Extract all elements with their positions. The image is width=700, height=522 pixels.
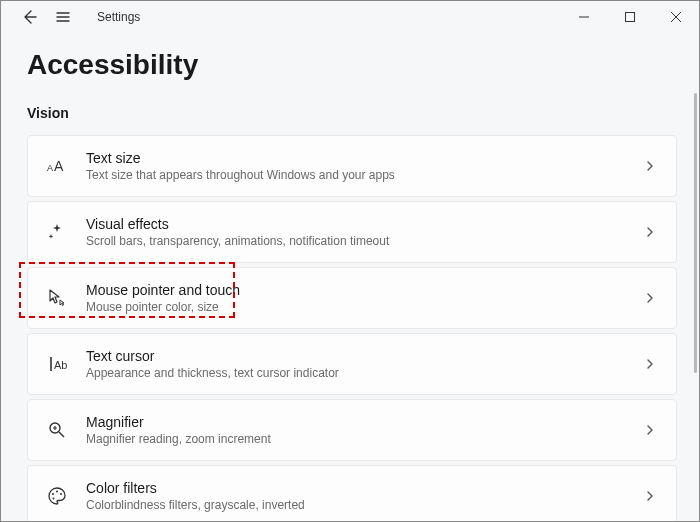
svg-text:A: A (54, 158, 64, 174)
minimize-button[interactable] (561, 2, 607, 32)
chevron-right-icon (642, 356, 658, 372)
close-icon (671, 12, 681, 22)
item-magnifier[interactable]: Magnifier Magnifier reading, zoom increm… (27, 399, 677, 461)
mouse-pointer-icon (46, 287, 68, 309)
maximize-button[interactable] (607, 2, 653, 32)
item-text-cursor[interactable]: Ab Text cursor Appearance and thickness,… (27, 333, 677, 395)
content-area: Accessibility Vision AA Text size Text s… (1, 33, 699, 522)
settings-list: AA Text size Text size that appears thro… (27, 135, 677, 522)
text-size-icon: AA (46, 155, 68, 177)
svg-rect-0 (626, 13, 635, 22)
item-subtitle: Mouse pointer color, size (86, 300, 624, 314)
chevron-right-icon (642, 224, 658, 240)
magnifier-icon (46, 419, 68, 441)
page-title: Accessibility (27, 49, 677, 81)
item-mouse-pointer[interactable]: Mouse pointer and touch Mouse pointer co… (27, 267, 677, 329)
svg-point-7 (60, 493, 62, 495)
chevron-right-icon (642, 158, 658, 174)
item-title: Mouse pointer and touch (86, 282, 624, 298)
item-color-filters[interactable]: Color filters Colorblindness filters, gr… (27, 465, 677, 522)
app-title: Settings (97, 10, 140, 24)
arrow-left-icon (21, 9, 37, 25)
scrollbar[interactable] (694, 93, 697, 373)
svg-point-6 (56, 491, 58, 493)
menu-button[interactable] (49, 3, 77, 31)
item-subtitle: Scroll bars, transparency, animations, n… (86, 234, 624, 248)
item-subtitle: Colorblindness filters, grayscale, inver… (86, 498, 624, 512)
text-cursor-icon: Ab (46, 353, 68, 375)
chevron-right-icon (642, 488, 658, 504)
chevron-right-icon (642, 422, 658, 438)
item-text-size[interactable]: AA Text size Text size that appears thro… (27, 135, 677, 197)
svg-point-5 (52, 493, 54, 495)
section-label: Vision (27, 105, 677, 121)
minimize-icon (579, 12, 589, 22)
svg-text:A: A (47, 163, 53, 173)
color-filters-icon (46, 485, 68, 507)
visual-effects-icon (46, 221, 68, 243)
item-title: Visual effects (86, 216, 624, 232)
svg-point-8 (53, 498, 55, 500)
back-button[interactable] (15, 3, 43, 31)
item-title: Magnifier (86, 414, 624, 430)
maximize-icon (625, 12, 635, 22)
chevron-right-icon (642, 290, 658, 306)
item-title: Color filters (86, 480, 624, 496)
close-button[interactable] (653, 2, 699, 32)
svg-text:Ab: Ab (54, 359, 67, 371)
item-visual-effects[interactable]: Visual effects Scroll bars, transparency… (27, 201, 677, 263)
item-subtitle: Text size that appears throughout Window… (86, 168, 624, 182)
hamburger-icon (55, 9, 71, 25)
item-title: Text size (86, 150, 624, 166)
titlebar: Settings (1, 1, 699, 33)
item-subtitle: Magnifier reading, zoom increment (86, 432, 624, 446)
item-title: Text cursor (86, 348, 624, 364)
item-subtitle: Appearance and thickness, text cursor in… (86, 366, 624, 380)
